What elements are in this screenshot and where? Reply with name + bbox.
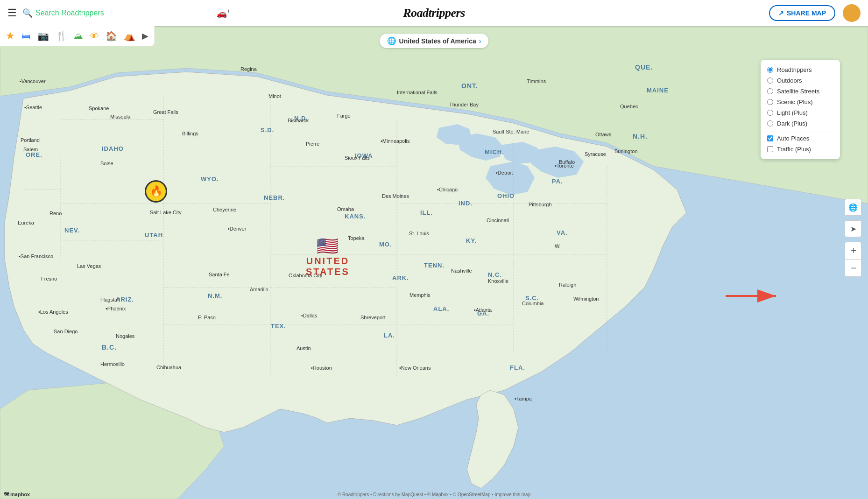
style-radio-light[interactable] [767,110,773,116]
menu-button[interactable]: ☰ [7,7,17,19]
style-option-satellite[interactable]: Satellite Streets [767,86,833,97]
app-logo: Roadtrippers [403,6,465,20]
style-label-scenic: Scenic (Plus) [777,98,813,105]
style-label-satellite: Satellite Streets [777,88,819,95]
right-controls: 🌐 ➤ + − [845,199,861,277]
camera-icon[interactable]: 📷 [37,30,49,42]
tent-icon[interactable]: ⛺ [124,30,135,42]
style-radio-dark[interactable] [767,120,773,127]
style-label-outdoors: Outdoors [777,77,802,84]
zoom-out-button[interactable]: − [845,260,862,276]
home-icon[interactable]: 🏠 [106,30,117,42]
expand-categories-button[interactable]: ▶ [142,31,148,41]
share-map-button[interactable]: ↗ SHARE MAP [769,5,835,21]
country-badge[interactable]: 🌐 United States of America › [380,34,489,48]
country-badge-chevron: › [479,37,481,45]
style-label-dark: Dark (Plus) [777,120,807,127]
map-svg [0,26,868,499]
search-input[interactable] [35,9,148,17]
user-avatar[interactable] [843,4,861,22]
country-badge-label: United States of America [399,37,476,45]
globe-button[interactable]: 🌐 [845,199,861,216]
style-radio-scenic[interactable] [767,99,773,105]
add-vehicle-button[interactable]: 🚗+ [217,8,230,19]
zoom-in-button[interactable]: + [845,242,862,259]
style-option-outdoors[interactable]: Outdoors [767,75,833,86]
style-option-dark[interactable]: Dark (Plus) [767,118,833,129]
eye-icon[interactable]: 👁 [90,31,99,42]
compass-button[interactable]: ➤ [845,220,861,237]
food-icon[interactable]: 🍴 [56,30,67,42]
style-option-traffic[interactable]: Traffic (Plus) [767,144,833,155]
nature-icon[interactable]: ⛰ [74,31,83,42]
lodging-icon[interactable]: 🛏 [21,31,31,42]
header: ☰ 🔍 Roadtrippers 🚗+ ↗ SHARE MAP [0,0,868,26]
style-radio-satellite[interactable] [767,88,773,94]
map-marker[interactable]: 🔥 [145,180,167,203]
share-icon: ↗ [778,9,784,17]
search-icon: 🔍 [22,8,33,18]
style-label-autoplaces: Auto Places [777,135,809,142]
style-option-roadtrippers[interactable]: Roadtrippers [767,64,833,75]
zoom-controls: + − [845,242,861,277]
favorites-icon[interactable]: ★ [6,30,15,42]
style-option-autoplaces[interactable]: Auto Places [767,132,833,144]
globe-icon: 🌐 [387,36,396,45]
style-label-light: Light (Plus) [777,109,808,116]
style-option-light[interactable]: Light (Plus) [767,107,833,118]
category-toolbar: ★ 🛏 📷 🍴 ⛰ 👁 🏠 ⛺ ▶ [0,26,155,46]
campfire-icon: 🔥 [150,185,162,197]
style-radio-roadtrippers[interactable] [767,67,773,73]
style-option-scenic[interactable]: Scenic (Plus) [767,97,833,107]
style-label-traffic: Traffic (Plus) [777,146,811,153]
map-container[interactable]: 🌐 United States of America › N.D. S.D. O… [0,26,868,499]
map-attribution: © Roadtrippers • Directions by MapQuest … [338,492,531,497]
style-label-roadtrippers: Roadtrippers [777,66,812,73]
map-style-panel: Roadtrippers Outdoors Satellite Streets … [761,60,840,159]
style-checkbox-traffic[interactable] [767,146,773,152]
share-map-label: SHARE MAP [787,9,826,17]
style-checkbox-autoplaces[interactable] [767,135,773,141]
mapbox-logo: 🗺 mapbox [4,492,30,497]
style-radio-outdoors[interactable] [767,77,773,84]
